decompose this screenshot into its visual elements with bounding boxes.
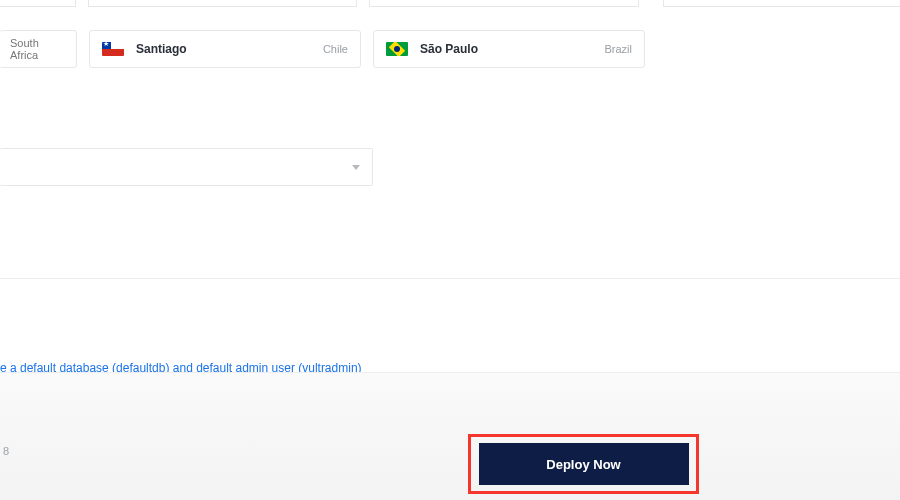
deploy-now-button[interactable]: Deploy Now [479,443,689,485]
cutoff-card [0,0,76,7]
footer-fragment-char: 8 [3,445,9,457]
region-card-sao-paulo[interactable]: São Paulo Brazil [373,30,645,68]
region-city-label: São Paulo [420,42,604,56]
deploy-now-label: Deploy Now [546,457,620,472]
chevron-down-icon [352,165,360,170]
generic-dropdown[interactable] [0,148,373,186]
flag-chile-icon [102,42,124,56]
section-divider [0,278,900,279]
deploy-highlight-box: Deploy Now [468,434,699,494]
region-country-label: Brazil [604,43,632,55]
region-card-santiago[interactable]: Santiago Chile [89,30,361,68]
region-row-cutoff [0,0,900,7]
cutoff-card [88,0,357,7]
cutoff-card [663,0,900,7]
flag-brazil-icon [386,42,408,56]
region-card-south-africa[interactable]: South Africa [0,30,77,68]
region-country-label: South Africa [10,37,64,61]
region-city-label: Santiago [136,42,323,56]
region-row: South Africa Santiago Chile São Paulo Br… [0,30,900,68]
footer-bar [0,372,900,500]
region-country-label: Chile [323,43,348,55]
cutoff-card [369,0,638,7]
